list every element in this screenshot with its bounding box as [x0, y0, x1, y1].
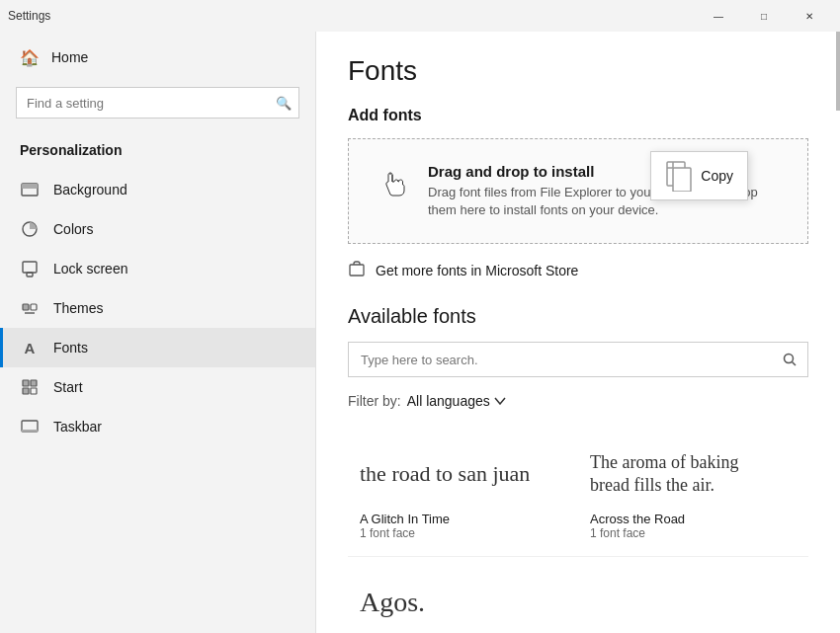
filter-label: Filter by: [348, 393, 401, 409]
fonts-search-button[interactable] [772, 343, 807, 376]
home-icon: 🏠 [20, 47, 40, 67]
start-label: Start [53, 379, 83, 395]
app-body: 🏠 Home 🔍 Personalization [0, 32, 840, 633]
colors-icon [20, 219, 40, 239]
fonts-label: Fonts [53, 340, 88, 356]
font-preview-text-1: the road to san juan [360, 462, 530, 486]
font-preview-text-3: Agos. [360, 588, 425, 618]
sidebar-item-fonts[interactable]: A Fonts [0, 328, 315, 367]
sidebar-search-icon: 🔍 [276, 96, 292, 111]
sidebar-nav: Background Colors [0, 170, 315, 446]
sidebar-home[interactable]: 🏠 Home [0, 32, 315, 83]
window-title: Settings [8, 9, 50, 23]
chevron-down-icon [494, 397, 506, 405]
start-icon [20, 377, 40, 397]
fonts-search-icon [783, 353, 797, 366]
svg-rect-15 [673, 168, 691, 192]
sidebar-item-lock-screen[interactable]: Lock screen [0, 249, 315, 288]
settings-window: Settings — □ ✕ 🏠 Home 🔍 Personalization [0, 0, 840, 633]
sidebar-section-title: Personalization [0, 134, 315, 170]
svg-rect-16 [350, 265, 364, 276]
store-icon [348, 260, 366, 281]
svg-rect-8 [23, 380, 29, 386]
minimize-button[interactable]: — [696, 0, 741, 32]
svg-line-18 [793, 362, 797, 366]
copy-label: Copy [701, 168, 733, 184]
filter-value-text: All languages [407, 393, 490, 409]
scrollbar-track[interactable] [834, 32, 840, 633]
content-area: Fonts Add fonts Drag and drop to install… [316, 32, 840, 633]
sidebar-search-input[interactable] [16, 87, 299, 119]
themes-label: Themes [53, 300, 104, 316]
copy-tooltip[interactable]: Copy [650, 151, 748, 200]
font-name-2: Across the Road [590, 512, 797, 526]
svg-rect-10 [23, 388, 29, 394]
font-name-1: A Glitch In Time [360, 512, 566, 526]
font-faces-2: 1 font face [590, 526, 797, 540]
font-card-across-the-road[interactable]: The aroma of bakingbread fills the air. … [578, 429, 808, 557]
sidebar-item-colors[interactable]: Colors [0, 209, 315, 249]
svg-rect-11 [31, 388, 37, 394]
page-title: Fonts [348, 55, 808, 87]
background-icon [20, 180, 40, 199]
themes-icon [20, 298, 40, 318]
add-fonts-title: Add fonts [348, 107, 808, 124]
maximize-button[interactable]: □ [741, 0, 787, 32]
get-more-fonts-text: Get more fonts in Microsoft Store [376, 263, 578, 278]
scrollbar-thumb[interactable] [836, 32, 840, 111]
filter-row: Filter by: All languages [348, 393, 808, 409]
svg-point-17 [785, 355, 794, 363]
fonts-search-input[interactable] [349, 343, 772, 376]
font-faces-1: 1 font face [360, 526, 566, 540]
sidebar-home-label: Home [51, 49, 88, 65]
copy-file-icon [665, 160, 693, 192]
filter-dropdown[interactable]: All languages [407, 393, 506, 409]
lock-screen-icon [20, 259, 40, 278]
fonts-grid: the road to san juan A Glitch In Time 1 … [348, 429, 808, 633]
drop-zone[interactable]: Drag and drop to install Drag font files… [348, 138, 808, 244]
svg-rect-4 [27, 273, 33, 277]
svg-rect-9 [31, 380, 37, 386]
drop-zone-hand-icon [377, 167, 412, 210]
fonts-search-container [348, 342, 808, 377]
sidebar-item-themes[interactable]: Themes [0, 288, 315, 328]
sidebar: 🏠 Home 🔍 Personalization [0, 32, 316, 633]
fonts-icon: A [20, 338, 40, 357]
window-controls: — □ ✕ [696, 0, 832, 32]
taskbar-label: Taskbar [53, 419, 102, 435]
sidebar-item-background[interactable]: Background [0, 170, 315, 209]
font-preview-1: the road to san juan [360, 444, 566, 504]
colors-label: Colors [53, 221, 93, 237]
available-fonts-title: Available fonts [348, 305, 808, 328]
font-preview-2: The aroma of bakingbread fills the air. [590, 444, 797, 504]
title-bar: Settings — □ ✕ [0, 0, 840, 32]
taskbar-icon [20, 417, 40, 436]
sidebar-item-start[interactable]: Start [0, 367, 315, 407]
font-card-agos[interactable]: Agos. Agas 1 font face [348, 557, 578, 633]
get-more-fonts-link[interactable]: Get more fonts in Microsoft Store [348, 260, 808, 281]
svg-rect-6 [31, 304, 37, 310]
font-preview-3: Agos. [360, 573, 566, 632]
lock-screen-label: Lock screen [53, 261, 127, 277]
svg-rect-3 [23, 262, 37, 273]
font-card-a-glitch-in-time[interactable]: the road to san juan A Glitch In Time 1 … [348, 429, 578, 557]
close-button[interactable]: ✕ [787, 0, 832, 32]
svg-rect-13 [22, 430, 38, 433]
svg-rect-5 [23, 304, 29, 310]
background-label: Background [53, 182, 127, 198]
sidebar-item-taskbar[interactable]: Taskbar [0, 407, 315, 446]
svg-rect-1 [22, 184, 38, 189]
font-preview-text-2: The aroma of bakingbread fills the air. [590, 451, 738, 498]
sidebar-search-container: 🔍 [16, 87, 299, 119]
